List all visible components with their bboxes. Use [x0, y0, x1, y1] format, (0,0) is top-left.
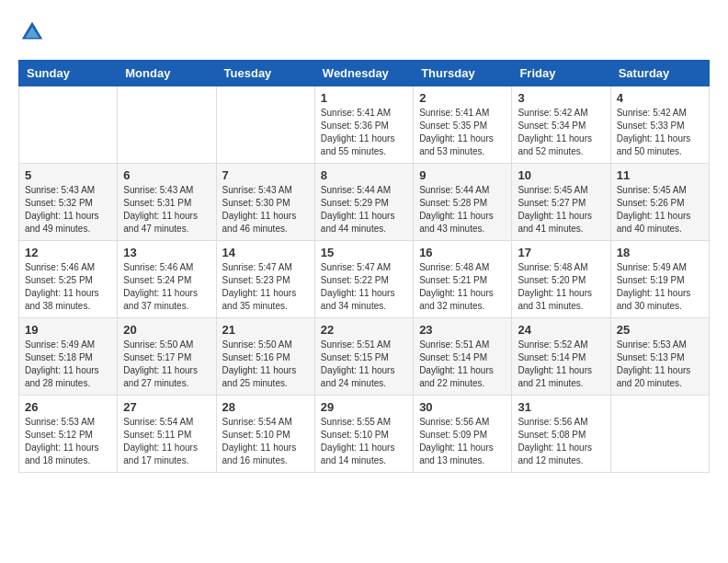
day-info: Sunrise: 5:44 AM Sunset: 5:29 PM Dayligh… [321, 184, 407, 236]
day-info: Sunrise: 5:53 AM Sunset: 5:13 PM Dayligh… [617, 339, 703, 390]
day-number: 10 [518, 168, 604, 182]
day-number: 30 [419, 400, 506, 414]
day-number: 23 [419, 323, 506, 337]
day-number: 15 [321, 246, 407, 259]
day-info: Sunrise: 5:46 AM Sunset: 5:25 PM Dayligh… [25, 261, 111, 313]
calendar-cell: 27Sunrise: 5:54 AM Sunset: 5:11 PM Dayli… [118, 396, 216, 473]
day-number: 21 [222, 323, 309, 337]
calendar-cell: 13Sunrise: 5:46 AM Sunset: 5:24 PM Dayli… [118, 241, 216, 318]
calendar-cell: 4Sunrise: 5:42 AM Sunset: 5:33 PM Daylig… [610, 86, 709, 164]
column-header-tuesday: Tuesday [216, 61, 314, 86]
day-info: Sunrise: 5:47 AM Sunset: 5:22 PM Dayligh… [321, 261, 407, 313]
calendar-cell: 24Sunrise: 5:52 AM Sunset: 5:14 PM Dayli… [512, 318, 610, 396]
day-info: Sunrise: 5:41 AM Sunset: 5:36 PM Dayligh… [321, 107, 407, 158]
calendar-cell: 22Sunrise: 5:51 AM Sunset: 5:15 PM Dayli… [314, 318, 413, 396]
calendar-cell: 15Sunrise: 5:47 AM Sunset: 5:22 PM Dayli… [314, 241, 413, 318]
calendar-cell: 8Sunrise: 5:44 AM Sunset: 5:29 PM Daylig… [314, 164, 413, 241]
day-number: 22 [321, 323, 407, 337]
column-header-wednesday: Wednesday [314, 61, 413, 86]
day-info: Sunrise: 5:44 AM Sunset: 5:28 PM Dayligh… [419, 184, 506, 236]
calendar-cell: 11Sunrise: 5:45 AM Sunset: 5:26 PM Dayli… [610, 164, 709, 241]
day-info: Sunrise: 5:41 AM Sunset: 5:35 PM Dayligh… [419, 107, 506, 158]
day-number: 17 [518, 246, 604, 259]
day-info: Sunrise: 5:43 AM Sunset: 5:31 PM Dayligh… [123, 184, 210, 236]
calendar-cell: 31Sunrise: 5:56 AM Sunset: 5:08 PM Dayli… [512, 396, 610, 473]
calendar-cell: 29Sunrise: 5:55 AM Sunset: 5:10 PM Dayli… [314, 396, 413, 473]
day-number: 25 [617, 323, 703, 337]
day-number: 6 [123, 168, 210, 182]
logo-icon [18, 18, 46, 46]
day-number: 18 [617, 246, 703, 259]
calendar-cell: 3Sunrise: 5:42 AM Sunset: 5:34 PM Daylig… [512, 86, 610, 164]
calendar-cell: 1Sunrise: 5:41 AM Sunset: 5:36 PM Daylig… [314, 86, 413, 164]
calendar-cell: 17Sunrise: 5:48 AM Sunset: 5:20 PM Dayli… [512, 241, 610, 318]
calendar-week-3: 12Sunrise: 5:46 AM Sunset: 5:25 PM Dayli… [19, 241, 710, 318]
day-number: 1 [321, 91, 407, 105]
calendar-cell: 6Sunrise: 5:43 AM Sunset: 5:31 PM Daylig… [118, 164, 216, 241]
day-number: 20 [123, 323, 210, 337]
day-info: Sunrise: 5:55 AM Sunset: 5:10 PM Dayligh… [321, 416, 407, 467]
day-number: 26 [25, 400, 111, 414]
day-number: 11 [617, 168, 703, 182]
calendar-week-4: 19Sunrise: 5:49 AM Sunset: 5:18 PM Dayli… [19, 318, 710, 396]
column-header-monday: Monday [118, 61, 216, 86]
day-number: 4 [617, 91, 703, 105]
calendar-cell: 23Sunrise: 5:51 AM Sunset: 5:14 PM Dayli… [414, 318, 512, 396]
day-number: 13 [123, 246, 210, 259]
day-info: Sunrise: 5:43 AM Sunset: 5:30 PM Dayligh… [222, 184, 309, 236]
day-info: Sunrise: 5:42 AM Sunset: 5:33 PM Dayligh… [617, 107, 703, 158]
calendar-cell [216, 86, 314, 164]
calendar-week-2: 5Sunrise: 5:43 AM Sunset: 5:32 PM Daylig… [19, 164, 710, 241]
day-number: 9 [419, 168, 506, 182]
day-info: Sunrise: 5:51 AM Sunset: 5:14 PM Dayligh… [419, 339, 506, 390]
day-info: Sunrise: 5:56 AM Sunset: 5:08 PM Dayligh… [518, 416, 604, 467]
header-row: SundayMondayTuesdayWednesdayThursdayFrid… [19, 61, 710, 86]
day-info: Sunrise: 5:54 AM Sunset: 5:11 PM Dayligh… [123, 416, 210, 467]
column-header-sunday: Sunday [19, 61, 118, 86]
day-number: 28 [222, 400, 309, 414]
calendar-cell: 20Sunrise: 5:50 AM Sunset: 5:17 PM Dayli… [118, 318, 216, 396]
day-number: 7 [222, 168, 309, 182]
calendar-cell: 5Sunrise: 5:43 AM Sunset: 5:32 PM Daylig… [19, 164, 118, 241]
calendar-cell: 10Sunrise: 5:45 AM Sunset: 5:27 PM Dayli… [512, 164, 610, 241]
day-info: Sunrise: 5:45 AM Sunset: 5:26 PM Dayligh… [617, 184, 703, 236]
day-info: Sunrise: 5:51 AM Sunset: 5:15 PM Dayligh… [321, 339, 407, 390]
day-info: Sunrise: 5:52 AM Sunset: 5:14 PM Dayligh… [518, 339, 604, 390]
calendar-cell [118, 86, 216, 164]
calendar-cell: 16Sunrise: 5:48 AM Sunset: 5:21 PM Dayli… [414, 241, 512, 318]
day-number: 12 [25, 246, 111, 259]
day-info: Sunrise: 5:46 AM Sunset: 5:24 PM Dayligh… [123, 261, 210, 313]
calendar-cell [610, 396, 709, 473]
day-info: Sunrise: 5:48 AM Sunset: 5:20 PM Dayligh… [518, 261, 604, 313]
day-info: Sunrise: 5:54 AM Sunset: 5:10 PM Dayligh… [222, 416, 309, 467]
day-number: 24 [518, 323, 604, 337]
day-info: Sunrise: 5:48 AM Sunset: 5:21 PM Dayligh… [419, 261, 506, 313]
day-info: Sunrise: 5:49 AM Sunset: 5:18 PM Dayligh… [25, 339, 111, 390]
calendar-cell: 26Sunrise: 5:53 AM Sunset: 5:12 PM Dayli… [19, 396, 118, 473]
calendar-cell: 30Sunrise: 5:56 AM Sunset: 5:09 PM Dayli… [414, 396, 512, 473]
calendar-cell: 21Sunrise: 5:50 AM Sunset: 5:16 PM Dayli… [216, 318, 314, 396]
day-info: Sunrise: 5:42 AM Sunset: 5:34 PM Dayligh… [518, 107, 604, 158]
calendar-table: SundayMondayTuesdayWednesdayThursdayFrid… [18, 60, 710, 473]
column-header-thursday: Thursday [414, 61, 512, 86]
column-header-saturday: Saturday [610, 61, 709, 86]
calendar-cell: 18Sunrise: 5:49 AM Sunset: 5:19 PM Dayli… [610, 241, 709, 318]
calendar-cell [19, 86, 118, 164]
day-number: 5 [25, 168, 111, 182]
day-info: Sunrise: 5:53 AM Sunset: 5:12 PM Dayligh… [25, 416, 111, 467]
calendar-cell: 12Sunrise: 5:46 AM Sunset: 5:25 PM Dayli… [19, 241, 118, 318]
calendar-week-1: 1Sunrise: 5:41 AM Sunset: 5:36 PM Daylig… [19, 86, 710, 164]
day-number: 8 [321, 168, 407, 182]
day-number: 3 [518, 91, 604, 105]
day-number: 16 [419, 246, 506, 259]
calendar-week-5: 26Sunrise: 5:53 AM Sunset: 5:12 PM Dayli… [19, 396, 710, 473]
calendar-cell: 28Sunrise: 5:54 AM Sunset: 5:10 PM Dayli… [216, 396, 314, 473]
column-header-friday: Friday [512, 61, 610, 86]
day-info: Sunrise: 5:47 AM Sunset: 5:23 PM Dayligh… [222, 261, 309, 313]
day-number: 2 [419, 91, 506, 105]
calendar-cell: 7Sunrise: 5:43 AM Sunset: 5:30 PM Daylig… [216, 164, 314, 241]
day-info: Sunrise: 5:50 AM Sunset: 5:17 PM Dayligh… [123, 339, 210, 390]
calendar-cell: 19Sunrise: 5:49 AM Sunset: 5:18 PM Dayli… [19, 318, 118, 396]
day-info: Sunrise: 5:56 AM Sunset: 5:09 PM Dayligh… [419, 416, 506, 467]
day-info: Sunrise: 5:50 AM Sunset: 5:16 PM Dayligh… [222, 339, 309, 390]
